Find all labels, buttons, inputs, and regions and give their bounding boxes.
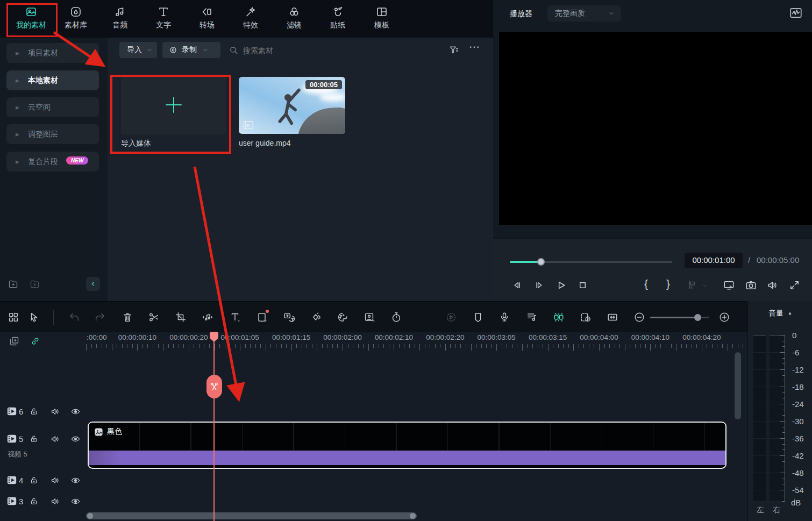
sidebar-item-project-media[interactable]: ▶ 项目素材	[6, 43, 99, 63]
playhead-jump-button[interactable]	[686, 279, 697, 291]
color-button[interactable]	[337, 311, 348, 323]
auto-split-button[interactable]	[553, 311, 565, 323]
redo-button[interactable]	[94, 311, 106, 323]
quality-dropdown[interactable]: 完整画质	[547, 5, 621, 22]
top-nav: 我的素材 素材库 音频 文字 转场 特效 滤镜 贴纸	[0, 0, 493, 38]
keyframe-button[interactable]	[310, 311, 322, 323]
timeline-vertical-scrollbar[interactable]	[735, 352, 741, 419]
mark-out-button[interactable]: }	[666, 277, 670, 290]
portrait-cutout-button[interactable]	[364, 311, 375, 323]
render-preview-button[interactable]	[445, 311, 457, 323]
scissors-icon	[148, 311, 160, 323]
track-mute-button[interactable]	[50, 475, 60, 486]
search-input[interactable]	[242, 42, 368, 59]
brace-open-icon: {	[644, 277, 648, 290]
track-lock-button[interactable]	[29, 475, 39, 485]
track-number: 6	[19, 407, 23, 416]
delete-button[interactable]	[122, 311, 133, 323]
mute-button[interactable]	[766, 279, 779, 291]
snapshot-button[interactable]	[745, 279, 757, 291]
more-options-button[interactable]: ⋯	[469, 40, 480, 53]
toolbar-divider	[53, 310, 54, 325]
track-visibility-button[interactable]	[70, 475, 81, 486]
text-tool-button[interactable]	[229, 311, 241, 323]
tab-effects[interactable]: 特效	[229, 5, 273, 34]
media-view-button[interactable]	[8, 311, 19, 323]
collapse-sidebar-button[interactable]: ‹	[86, 277, 100, 291]
my-media-icon	[25, 5, 38, 18]
zoom-out-button[interactable]	[633, 311, 645, 323]
adjustment-duration-button[interactable]	[580, 311, 592, 323]
tab-audio[interactable]: 音频	[98, 5, 142, 34]
track-lock-button[interactable]	[29, 434, 39, 444]
scrollbar-handle-left[interactable]	[87, 513, 93, 519]
fullscreen-button[interactable]	[788, 279, 801, 291]
tab-stickers[interactable]: 贴纸	[316, 5, 360, 34]
track-mute-button[interactable]	[50, 496, 60, 506]
playhead-handle[interactable]	[210, 332, 218, 338]
track-lock-button[interactable]	[29, 496, 39, 506]
import-media-card[interactable]	[121, 75, 226, 134]
playhead-split-button[interactable]	[206, 375, 222, 398]
track-mute-button[interactable]	[50, 406, 60, 417]
timeline-horizontal-scrollbar[interactable]	[86, 512, 417, 519]
stop-button[interactable]	[576, 279, 589, 291]
undo-button[interactable]	[68, 311, 80, 323]
track-lock-button[interactable]	[29, 406, 39, 416]
tab-text[interactable]: 文字	[141, 5, 186, 34]
marker-flag-icon	[472, 311, 484, 323]
sidebar-item-local-media[interactable]: ▶ 本地素材	[6, 70, 99, 90]
tab-transitions[interactable]: 转场	[185, 5, 229, 34]
mark-in-button[interactable]: {	[644, 277, 648, 290]
tree-arrow-icon: ▶	[16, 159, 19, 165]
tab-label: 贴纸	[316, 20, 360, 30]
timeline-zoom-slider[interactable]	[650, 313, 709, 322]
audio-sync-button[interactable]	[202, 311, 213, 323]
track-number: 3	[19, 497, 23, 506]
speed-button[interactable]	[390, 311, 402, 323]
playhead-line[interactable]	[213, 332, 215, 521]
fit-timeline-button[interactable]	[607, 311, 618, 323]
media-item-name: user guide.mp4	[239, 139, 291, 147]
track-visibility-button[interactable]	[70, 496, 81, 506]
track-visibility-button[interactable]	[70, 434, 81, 444]
tab-my-media[interactable]: 我的素材	[9, 5, 53, 34]
new-folder-button[interactable]	[8, 279, 19, 290]
timeline-clip-black[interactable]: 黑色	[88, 422, 726, 469]
select-tool-button[interactable]	[29, 311, 40, 323]
media-item-video[interactable]: 00:00:05	[239, 77, 345, 134]
record-button[interactable]: 录制	[162, 42, 220, 58]
crop-button[interactable]	[175, 311, 187, 323]
audio-mixer-button[interactable]	[526, 311, 538, 323]
sidebar-item-adjustment-layer[interactable]: ▶ 调整图层	[6, 124, 99, 144]
play-button[interactable]	[555, 279, 567, 291]
mask-button[interactable]	[256, 311, 268, 323]
split-button[interactable]	[148, 311, 160, 323]
delete-folder-button[interactable]	[29, 279, 40, 290]
tab-templates[interactable]: 模板	[360, 5, 404, 34]
zoom-slider-handle[interactable]	[694, 314, 701, 321]
scopes-button[interactable]	[789, 6, 803, 20]
tab-filters[interactable]: 滤镜	[272, 5, 316, 34]
voiceover-button[interactable]	[498, 311, 510, 323]
track-visibility-button[interactable]	[70, 406, 81, 417]
playhead-jump-chevron[interactable]	[701, 282, 708, 289]
import-button[interactable]: 导入	[119, 42, 157, 58]
previous-frame-button[interactable]	[511, 279, 523, 291]
mirror-display-button[interactable]	[723, 279, 735, 291]
next-frame-button[interactable]	[533, 279, 545, 291]
video-preview[interactable]	[499, 32, 812, 225]
seek-handle[interactable]	[537, 258, 545, 266]
zoom-in-button[interactable]	[718, 311, 730, 323]
marker-button[interactable]	[472, 311, 484, 323]
scrollbar-handle-right[interactable]	[410, 513, 416, 519]
tab-library[interactable]: 素材库	[54, 5, 98, 34]
speech-to-text-button[interactable]	[283, 311, 295, 323]
filter-button[interactable]	[448, 45, 459, 55]
ruler-ticks[interactable]	[0, 344, 747, 352]
ruler-labels[interactable]: :00:0000:00:00:1000:00:00:2000:00:01:050…	[0, 333, 747, 342]
sidebar-item-compound-clip[interactable]: ▶ 复合片段 NEW	[6, 152, 99, 172]
seek-slider[interactable]	[510, 258, 672, 266]
track-mute-button[interactable]	[50, 434, 60, 444]
sidebar-item-cloud[interactable]: ▶ 云空间	[6, 97, 99, 117]
